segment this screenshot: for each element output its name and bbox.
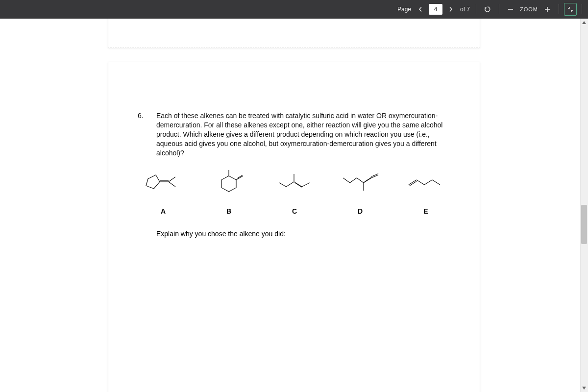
toolbar-separator [559, 4, 559, 14]
page-total-label: of 7 [460, 6, 470, 13]
zoom-label: ZOOM [520, 6, 538, 12]
structure-b-icon [207, 170, 251, 195]
svg-line-14 [279, 183, 286, 187]
pdf-toolbar: Page of 7 ZOOM [0, 0, 588, 19]
option-d: D [336, 170, 385, 215]
structure-a-icon [141, 170, 185, 195]
toolbar-separator [582, 4, 582, 14]
svg-line-10 [236, 176, 243, 180]
zoom-in-button[interactable] [541, 3, 554, 16]
document-viewport: 6. Each of these alkenes can be treated … [0, 19, 588, 392]
structure-e-icon [404, 170, 448, 195]
svg-marker-3 [146, 175, 160, 189]
page-number-input[interactable] [429, 4, 442, 15]
option-label: A [161, 207, 166, 215]
scrollbar-thumb[interactable] [581, 205, 587, 244]
scrollbar-track[interactable] [580, 19, 588, 392]
option-c: C [270, 170, 319, 215]
svg-line-15 [294, 182, 302, 187]
svg-line-7 [169, 182, 175, 187]
next-page-button[interactable] [445, 4, 456, 15]
option-e: E [401, 170, 450, 215]
prev-page-button[interactable] [415, 4, 426, 15]
svg-line-20 [357, 178, 364, 183]
structure-c-icon [272, 170, 317, 195]
svg-marker-31 [582, 21, 586, 24]
option-label: B [226, 207, 231, 215]
page-fragment-previous [108, 19, 480, 48]
svg-marker-32 [582, 387, 586, 390]
fullscreen-button[interactable] [564, 3, 577, 16]
svg-line-22 [364, 178, 371, 183]
svg-line-13 [286, 182, 294, 187]
question-number: 6. [138, 111, 156, 157]
rotate-icon [484, 5, 491, 13]
svg-line-30 [432, 180, 440, 185]
option-label: C [292, 207, 297, 215]
triangle-up-icon [582, 21, 586, 24]
triangle-down-icon [582, 387, 586, 390]
toolbar-separator [499, 4, 499, 14]
svg-line-6 [169, 177, 175, 182]
explain-prompt: Explain why you chose the alkene you did… [156, 230, 450, 238]
question-text: Each of these alkenes can be treated wit… [156, 111, 450, 157]
option-label: D [358, 207, 363, 215]
option-label: E [423, 207, 428, 215]
svg-line-23 [365, 177, 371, 182]
toolbar-separator [476, 4, 476, 14]
svg-line-28 [416, 180, 424, 185]
page-label: Page [397, 6, 411, 13]
document-page: 6. Each of these alkenes can be treated … [108, 62, 480, 392]
svg-line-19 [350, 178, 357, 183]
rotate-button[interactable] [481, 3, 494, 16]
chevron-right-icon [448, 7, 453, 12]
zoom-out-button[interactable] [504, 3, 517, 16]
svg-line-16 [295, 183, 302, 187]
answer-options-row: A B [138, 170, 450, 215]
question-block: 6. Each of these alkenes can be treated … [138, 111, 450, 157]
scroll-up-button[interactable] [580, 19, 588, 26]
collapse-icon [567, 6, 574, 13]
chevron-left-icon [418, 7, 423, 12]
scroll-down-button[interactable] [580, 384, 588, 392]
svg-line-18 [343, 178, 350, 183]
option-a: A [139, 170, 188, 215]
structure-d-icon [338, 170, 382, 195]
svg-line-29 [424, 180, 432, 185]
option-b: B [204, 170, 253, 215]
svg-line-17 [302, 183, 310, 187]
svg-marker-8 [221, 176, 236, 192]
minus-icon [507, 6, 514, 13]
plus-icon [544, 6, 551, 13]
